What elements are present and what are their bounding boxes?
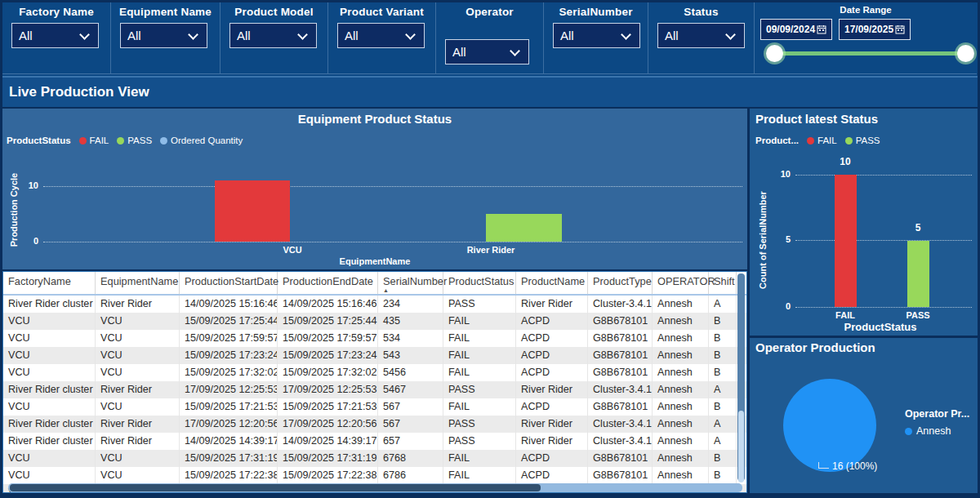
table-cell: ACPD <box>516 398 588 416</box>
header-equipmentname[interactable]: EquipmentName <box>96 272 180 294</box>
legend-item-pass[interactable]: PASS <box>117 136 152 145</box>
table-row[interactable]: VCUVCU15/09/2025 17:23:2415/09/2025 17:2… <box>3 347 746 364</box>
table-row[interactable]: VCUVCU15/09/2025 17:31:1915/09/2025 17:3… <box>3 450 746 467</box>
chevron-down-icon <box>188 29 198 40</box>
bar-riverrider-pass[interactable] <box>486 214 562 242</box>
header-factoryname[interactable]: FactoryName <box>3 272 96 294</box>
slicer-label: SerialNumber <box>544 6 648 18</box>
legend-label: Ordered Quantity <box>171 136 243 145</box>
table-cell: Annesh <box>653 347 709 364</box>
header-productionstartdate[interactable]: ProductionStartDate <box>180 272 278 294</box>
table-cell: 657 <box>378 433 443 450</box>
legend-item-annesh[interactable]: Annesh <box>905 425 951 437</box>
factory-name-dropdown[interactable]: All <box>11 23 99 48</box>
table-row[interactable]: VCUVCU15/09/2025 17:21:5315/09/2025 17:2… <box>3 398 746 416</box>
production-table: FactoryName EquipmentName ProductionStar… <box>2 271 747 493</box>
table-cell: 234 <box>378 296 443 313</box>
equipment-name-dropdown[interactable]: All <box>120 23 207 48</box>
bar-fail[interactable] <box>835 175 857 307</box>
table-cell: 534 <box>378 330 443 347</box>
table-row[interactable]: VCUVCU15/09/2025 17:59:5715/09/2025 17:5… <box>3 330 746 347</box>
header-label: SerialNumber <box>383 275 447 287</box>
slicer-label: Operator <box>436 6 543 18</box>
date-range-slider-handle-left[interactable] <box>766 45 783 62</box>
dropdown-value: All <box>452 45 466 59</box>
table-row[interactable]: VCUVCU15/09/2025 17:22:3815/09/2025 17:2… <box>3 467 746 484</box>
horizontal-scrollbar-thumb[interactable] <box>10 484 541 491</box>
bar-pass[interactable] <box>907 241 929 307</box>
header-productionenddate[interactable]: ProductionEndDate <box>278 272 378 294</box>
table-cell: 5456 <box>378 364 443 381</box>
header-operator[interactable]: OPERATOR <box>653 272 709 294</box>
table-cell: ACPD <box>516 330 588 347</box>
date-end-input[interactable]: 17/09/2025 <box>839 19 911 40</box>
fail-dot-icon <box>807 137 814 145</box>
header-serialnumber[interactable]: SerialNumber ▲ <box>378 272 443 294</box>
table-cell: Annesh <box>653 364 709 381</box>
table-cell: FAIL <box>443 313 516 330</box>
date-range-slider-handle-right[interactable] <box>957 45 974 62</box>
page-title: Live Production View <box>9 84 149 100</box>
pie-data-label: 16 (100%) <box>832 460 877 472</box>
y-axis-title: Count of SerialNumber <box>758 175 768 305</box>
dropdown-value: All <box>560 29 574 42</box>
product-latest-status-chart: Product latest Status Product... FAIL PA… <box>750 109 978 336</box>
serialnumber-dropdown[interactable]: All <box>553 23 640 48</box>
table-row[interactable]: River Rider clusterRiver Rider17/09/2025… <box>3 416 746 433</box>
table-cell: Annesh <box>653 398 709 416</box>
x-label-fail: FAIL <box>825 310 866 320</box>
bar-vcu-fail[interactable] <box>215 180 290 242</box>
legend-title: ProductStatus <box>7 136 71 145</box>
table-row[interactable]: VCUVCU15/09/2025 17:25:4415/09/2025 17:2… <box>3 313 746 330</box>
legend-item-fail[interactable]: FAIL <box>807 136 837 145</box>
equipment-product-status-chart: Equipment Product Status ProductStatus F… <box>2 109 747 269</box>
legend-item-ordered-quantity[interactable]: Ordered Quantity <box>160 136 243 145</box>
table-cell: 15/09/2025 17:31:19 <box>180 450 278 467</box>
table-cell: 15/09/2025 17:25:44 <box>180 313 278 330</box>
y-tick-0: 0 <box>771 301 791 311</box>
header-productstatus[interactable]: ProductStatus <box>443 272 516 294</box>
table-cell: PASS <box>443 296 516 313</box>
dropdown-value: All <box>127 29 141 42</box>
table-cell: FAIL <box>443 364 516 381</box>
header-productname[interactable]: ProductName <box>516 272 588 294</box>
slicer-label: Product Model <box>220 6 327 18</box>
table-row[interactable]: River Rider clusterRiver Rider14/09/2025… <box>3 433 746 450</box>
dashboard-page: Factory Name All Equipment Name All Prod… <box>0 0 980 498</box>
header-producttype[interactable]: ProductType <box>588 272 653 294</box>
table-cell: 17/09/2025 12:20:56 <box>180 416 278 433</box>
slicer-date-range: Date Range 09/09/2024 17/09/2025 <box>755 2 977 74</box>
date-range-slider-track <box>774 51 966 56</box>
product-variant-dropdown[interactable]: All <box>337 23 425 48</box>
table-cell: River Rider <box>96 433 180 450</box>
legend-label: FAIL <box>817 136 837 145</box>
table-row[interactable]: VCUVCU15/09/2025 17:32:0215/09/2025 17:3… <box>3 364 746 381</box>
table-cell: VCU <box>3 398 96 416</box>
vertical-scrollbar-thumb[interactable] <box>738 411 744 482</box>
table-cell: Annesh <box>653 467 709 484</box>
pie-slice-annesh[interactable] <box>783 379 876 472</box>
table-cell: G8B678101 <box>588 364 653 381</box>
x-label-river-rider: River Rider <box>450 245 532 255</box>
table-row[interactable]: River Rider clusterRiver Rider17/09/2025… <box>3 381 746 398</box>
legend-item-fail[interactable]: FAIL <box>79 136 109 145</box>
table-cell: VCU <box>96 398 180 416</box>
operator-dropdown[interactable]: All <box>445 39 529 64</box>
ordered-quantity-dot-icon <box>160 137 167 145</box>
table-cell: 15/09/2025 17:21:53 <box>278 398 378 416</box>
header-shift[interactable]: Shift <box>709 272 737 294</box>
date-start-input[interactable]: 09/09/2024 <box>760 19 832 40</box>
table-cell: FAIL <box>443 330 516 347</box>
table-cell: River Rider <box>96 296 180 313</box>
table-cell: ACPD <box>516 364 588 381</box>
y-tick-0: 0 <box>19 236 38 246</box>
vertical-scrollbar <box>737 273 745 481</box>
legend-item-pass[interactable]: PASS <box>845 136 880 145</box>
table-cell: 14/09/2025 14:39:17 <box>278 433 378 450</box>
table-row[interactable]: River Rider clusterRiver Rider14/09/2025… <box>3 296 746 313</box>
data-label-fail: 10 <box>826 156 864 167</box>
status-dropdown[interactable]: All <box>657 23 745 48</box>
gridline-5 <box>795 240 972 241</box>
chevron-down-icon <box>79 29 90 40</box>
product-model-dropdown[interactable]: All <box>229 23 317 48</box>
